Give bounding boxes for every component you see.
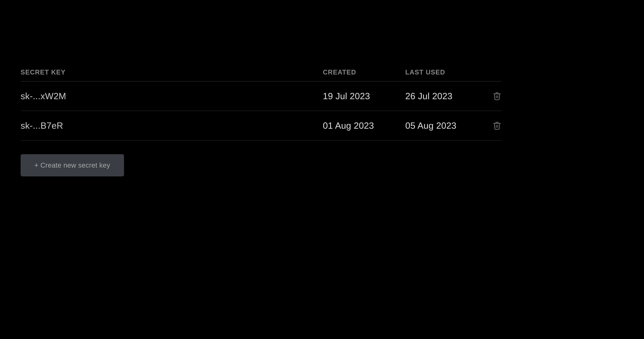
- api-keys-table: SECRET KEY CREATED LAST USED sk-...xW2M …: [20, 69, 502, 176]
- delete-key-button[interactable]: [488, 92, 502, 100]
- column-header-secret-key: SECRET KEY: [20, 69, 323, 76]
- column-header-actions: [488, 69, 502, 76]
- page-container: SECRET KEY CREATED LAST USED sk-...xW2M …: [0, 0, 644, 339]
- last-used-date: 05 Aug 2023: [405, 120, 488, 131]
- trash-icon: [492, 92, 502, 100]
- created-date: 01 Aug 2023: [323, 120, 405, 131]
- create-new-secret-key-button[interactable]: + Create new secret key: [20, 154, 124, 176]
- trash-icon: [492, 121, 502, 130]
- column-header-created: CREATED: [323, 69, 405, 76]
- api-key-value: sk-...xW2M: [20, 91, 323, 101]
- delete-key-button[interactable]: [488, 121, 502, 130]
- column-header-last-used: LAST USED: [405, 69, 488, 76]
- last-used-date: 26 Jul 2023: [405, 91, 488, 101]
- table-header: SECRET KEY CREATED LAST USED: [20, 69, 502, 81]
- table-row: sk-...xW2M 19 Jul 2023 26 Jul 2023: [20, 81, 502, 111]
- created-date: 19 Jul 2023: [323, 91, 405, 101]
- table-row: sk-...B7eR 01 Aug 2023 05 Aug 2023: [20, 111, 502, 140]
- api-key-value: sk-...B7eR: [20, 120, 323, 131]
